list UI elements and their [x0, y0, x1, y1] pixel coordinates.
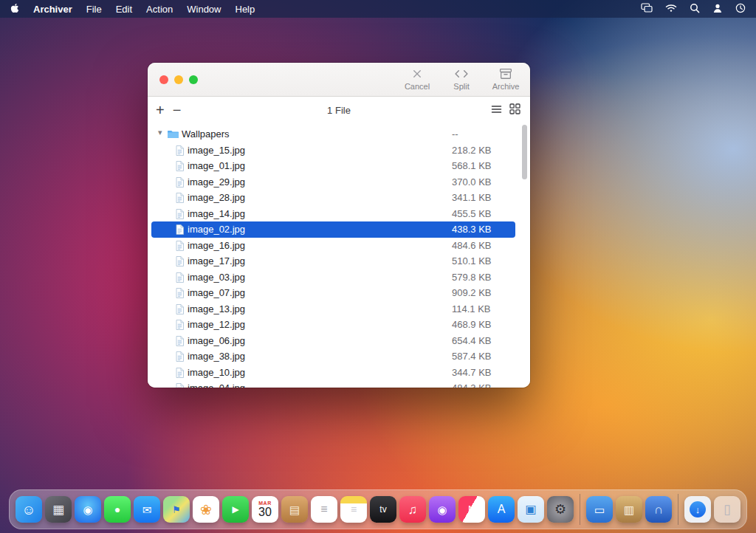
file-size: 370.0 KB	[452, 176, 492, 188]
file-size: --	[452, 128, 458, 140]
file-row[interactable]: image_13.jpg114.1 KB	[151, 301, 515, 317]
dock-messages-icon[interactable]: ●	[104, 496, 131, 523]
file-row[interactable]: image_17.jpg510.1 KB	[151, 253, 515, 269]
file-name: image_15.jpg	[188, 145, 245, 156]
file-row[interactable]: image_02.jpg438.3 KB	[151, 221, 515, 238]
menu-item-action[interactable]: Action	[146, 4, 173, 15]
file-row[interactable]: image_38.jpg587.4 KB	[151, 348, 515, 365]
file-count: 1 File	[148, 105, 530, 116]
dock-downloads-icon[interactable]: ↓	[684, 496, 711, 523]
document-icon	[176, 209, 184, 219]
scrollbar-thumb[interactable]	[522, 125, 527, 179]
dock-launchpad-icon[interactable]: ▦	[45, 496, 72, 523]
list-header: + − 1 File	[148, 97, 530, 123]
document-icon	[176, 304, 184, 314]
display-icon[interactable]	[641, 3, 653, 15]
file-size: 455.5 KB	[452, 208, 492, 219]
file-row[interactable]: image_14.jpg455.5 KB	[151, 206, 515, 222]
file-row[interactable]: image_12.jpg468.9 KB	[151, 317, 515, 333]
file-size: 484.6 KB	[452, 240, 492, 251]
clock-icon[interactable]	[735, 3, 746, 16]
split-button[interactable]: Split	[446, 68, 477, 91]
cancel-icon	[411, 68, 423, 80]
cancel-label: Cancel	[405, 82, 430, 91]
document-icon	[176, 224, 184, 235]
search-icon[interactable]	[690, 3, 700, 16]
document-icon	[176, 336, 184, 346]
menu-item-help[interactable]: Help	[236, 4, 255, 15]
dock-maps-icon[interactable]: ⚑	[163, 496, 190, 523]
dock-backpack-icon[interactable]: ∩	[645, 496, 672, 523]
dock-trash-icon[interactable]: ▯	[714, 496, 740, 523]
dock-contacts-icon[interactable]: ▤	[281, 496, 308, 523]
menu-item-window[interactable]: Window	[187, 4, 221, 15]
list-view-icon[interactable]	[491, 103, 502, 117]
menu-item-file[interactable]: File	[86, 4, 102, 15]
file-row[interactable]: image_01.jpg568.1 KB	[151, 158, 515, 174]
file-row[interactable]: image_16.jpg484.6 KB	[151, 238, 515, 254]
file-row[interactable]: image_07.jpg909.2 KB	[151, 285, 515, 301]
file-name: image_13.jpg	[188, 303, 245, 314]
file-size: 344.7 KB	[452, 367, 492, 378]
menu-item-edit[interactable]: Edit	[116, 4, 132, 15]
dock-screen-sharing-icon[interactable]: ▭	[586, 496, 613, 523]
file-row[interactable]: image_29.jpg370.0 KB	[151, 174, 515, 190]
window-toolbar: Cancel Split Archive	[402, 63, 521, 96]
remove-button[interactable]: −	[173, 103, 182, 117]
file-size: 579.8 KB	[452, 272, 492, 283]
calendar-date: MAR30	[258, 501, 272, 518]
file-name: image_07.jpg	[188, 287, 245, 298]
dock-system-preferences-icon[interactable]: ⚙	[547, 496, 574, 523]
dock-mail-icon[interactable]: ✉	[134, 496, 160, 523]
minimize-button[interactable]	[174, 75, 183, 84]
dock-toolbox-icon[interactable]: ▥	[616, 496, 642, 523]
file-name: image_38.jpg	[188, 351, 245, 362]
dock-facetime-icon[interactable]: ▶	[222, 496, 249, 523]
dock-reminders-icon[interactable]: ≡	[311, 496, 337, 523]
dock-app-store-icon[interactable]: A	[488, 496, 515, 523]
file-size: 654.4 KB	[452, 335, 492, 346]
dock-notes-icon[interactable]: ≡	[340, 496, 367, 523]
file-row[interactable]: image_10.jpg344.7 KB	[151, 365, 515, 381]
disclosure-triangle-icon[interactable]: ▾	[158, 128, 162, 137]
file-size: 341.1 KB	[452, 192, 492, 203]
zoom-button[interactable]	[189, 75, 198, 84]
wifi-icon[interactable]	[665, 4, 677, 15]
dock-music-icon[interactable]: ♫	[399, 496, 426, 523]
file-row[interactable]: image_28.jpg341.1 KB	[151, 190, 515, 206]
file-row[interactable]: image_15.jpg218.2 KB	[151, 142, 515, 159]
window-titlebar[interactable]: Cancel Split Archive	[148, 63, 530, 97]
dock-photos-icon[interactable]: ❀	[193, 496, 219, 523]
cancel-button[interactable]: Cancel	[402, 68, 433, 91]
archive-label: Archive	[492, 82, 520, 91]
add-button[interactable]: +	[156, 103, 165, 117]
dock-news-icon[interactable]: N	[458, 496, 485, 523]
close-button[interactable]	[159, 75, 168, 84]
file-size: 909.2 KB	[452, 287, 492, 298]
dock-podcasts-icon[interactable]: ◉	[429, 496, 456, 523]
dock-apple-tv-icon[interactable]: tv	[370, 496, 396, 523]
document-icon	[176, 288, 184, 298]
file-name: image_28.jpg	[188, 192, 245, 203]
apple-menu-icon[interactable]	[10, 3, 19, 16]
user-icon[interactable]	[712, 3, 723, 16]
split-label: Split	[453, 82, 469, 91]
menu-items: FileEditActionWindowHelp	[86, 4, 255, 15]
grid-view-icon[interactable]	[509, 103, 520, 117]
folder-row[interactable]: ▾Wallpapers--	[151, 126, 515, 142]
dock-archiver-icon[interactable]: ▣	[518, 496, 544, 523]
file-row[interactable]: image_04.jpg484.3 KB	[151, 380, 515, 388]
document-icon	[176, 145, 184, 156]
file-size: 510.1 KB	[452, 255, 492, 266]
dock-safari-icon[interactable]: ◉	[75, 496, 101, 523]
file-row[interactable]: image_03.jpg579.8 KB	[151, 269, 515, 286]
menu-app-name[interactable]: Archiver	[33, 4, 72, 15]
file-size: 484.3 KB	[452, 382, 492, 388]
file-name: image_04.jpg	[188, 382, 245, 388]
archive-button[interactable]: Archive	[490, 68, 521, 91]
document-icon	[176, 177, 184, 188]
dock-calendar-icon[interactable]: MAR30	[252, 496, 278, 523]
dock-finder-icon[interactable]: ☺	[16, 496, 42, 523]
file-row[interactable]: image_06.jpg654.4 KB	[151, 333, 515, 349]
download-arrow-icon: ↓	[690, 501, 706, 517]
